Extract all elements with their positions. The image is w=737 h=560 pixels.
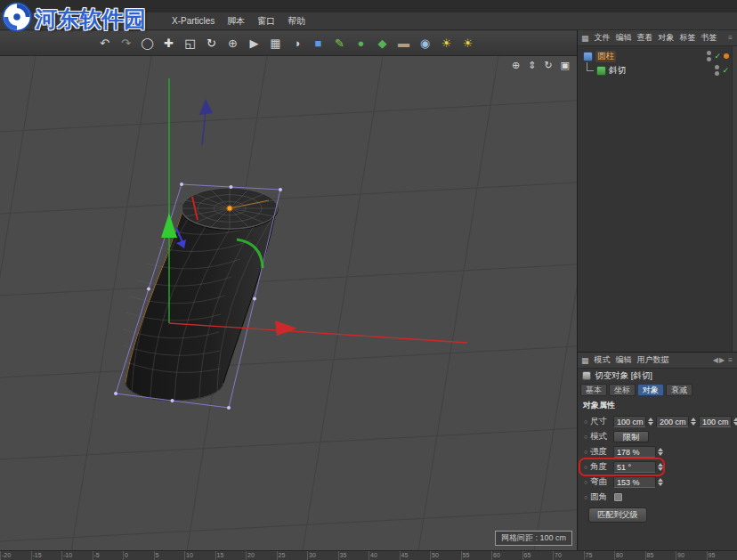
zoom-view-icon[interactable]: ⇕ [528, 60, 536, 71]
mode-dropdown[interactable]: 限制 [613, 431, 649, 442]
strength-field[interactable]: 178 % [613, 446, 656, 458]
generator-icon[interactable]: ● [351, 33, 371, 53]
ruler-tick: 40 [368, 551, 400, 560]
object-row-cylinder[interactable]: 圆柱 ✓ [578, 49, 737, 63]
bend-field[interactable]: 153 % [613, 476, 656, 488]
anim-dot-icon[interactable]: ○ [581, 479, 590, 485]
object-label[interactable]: 圆柱 [595, 51, 616, 62]
render-view-icon[interactable]: ▶ [244, 33, 264, 53]
anim-dot-icon[interactable]: ○ [581, 464, 590, 470]
om-menu-查看[interactable]: 查看 [635, 32, 656, 44]
object-row-shear[interactable]: 斜切 ✓ [578, 63, 737, 77]
live-selection-icon[interactable]: ◯ [137, 33, 158, 53]
enabled-check-icon[interactable]: ✓ [722, 67, 729, 75]
visibility-dots[interactable] [715, 65, 719, 76]
menu-item[interactable]: X-Particles [166, 16, 221, 26]
deformer-icon[interactable]: ◆ [372, 33, 393, 53]
rotate-view-icon[interactable]: ↻ [544, 60, 552, 71]
panel-options-icon[interactable]: ≡ [728, 34, 733, 42]
size-field[interactable]: 100 cm [613, 416, 646, 427]
timeline-ruler[interactable]: -20-15-10-505101520253035404550556065707… [0, 550, 737, 560]
object-label[interactable]: 斜切 [609, 65, 626, 77]
spinner[interactable] [690, 416, 697, 427]
tab-衰减[interactable]: 衰减 [666, 384, 692, 396]
om-menu-标签[interactable]: 标签 [677, 32, 699, 44]
spinner[interactable] [657, 461, 664, 473]
pan-view-icon[interactable]: ⊕ [512, 60, 520, 71]
spinner[interactable] [733, 416, 737, 427]
render-picture-icon[interactable]: ▦ [265, 33, 286, 53]
spinner[interactable] [657, 446, 664, 458]
anim-dot-icon[interactable]: ○ [581, 434, 590, 440]
row-label: 模式 [590, 431, 613, 442]
anim-dot-icon[interactable]: ○ [581, 449, 590, 455]
handle-dot [227, 206, 232, 211]
scrollbar[interactable] [732, 46, 737, 352]
object-tree: 圆柱 ✓ 斜切 ✓ [578, 46, 737, 352]
fillet-checkbox[interactable] [613, 492, 623, 502]
tab-坐标[interactable]: 坐标 [609, 384, 636, 396]
render-settings-icon[interactable]: ◑ [287, 33, 307, 53]
match-to-parent-button[interactable]: 匹配到父级 [588, 507, 647, 523]
grid-menu-icon[interactable]: ▦ [581, 34, 589, 43]
viewport[interactable]: ⊕⇕↻▣ [0, 55, 577, 550]
om-menu-对象[interactable]: 对象 [656, 32, 677, 44]
attr-menu-模式[interactable]: 模式 [592, 354, 613, 366]
anim-dot-icon[interactable]: ○ [581, 418, 590, 425]
spinner[interactable] [647, 416, 654, 427]
grid-menu-icon[interactable]: ▦ [581, 356, 589, 365]
row-mode: ○ 模式 限制 [578, 429, 737, 444]
attr-menu-编辑[interactable]: 编辑 [613, 354, 635, 366]
ruler-tick: 35 [338, 551, 369, 560]
watermark-text: 河东软件园 [35, 4, 146, 34]
cylinder-object[interactable] [123, 188, 278, 401]
redo-icon[interactable]: ↷ [116, 33, 136, 53]
attribute-manager: ▦ 模式编辑用户数据 ◀▶ ≡ 切变对象 [斜切] 基本坐标对象衰减 对象属性 … [578, 352, 737, 550]
scale-tool-icon[interactable]: ◱ [180, 33, 200, 53]
camera-icon[interactable]: ◉ [415, 33, 435, 53]
visibility-dots[interactable] [707, 51, 711, 61]
viewport-canvas[interactable] [0, 56, 577, 551]
coord-system-icon[interactable]: ⊕ [223, 33, 243, 53]
object-tag-icon[interactable] [724, 53, 729, 59]
watermark-logo-icon [2, 2, 32, 36]
angle-field[interactable]: 51 ° [613, 461, 656, 473]
light-icon[interactable]: ☀ [436, 33, 457, 53]
environment-icon[interactable]: ▬ [393, 33, 414, 53]
spline-pen-icon[interactable]: ✎ [329, 33, 350, 53]
c4d-window: X-Particles脚本窗口帮助 ↶↷◯✚◱↻⊕▶▦◑■✎●◆▬◉☀☀ ⊕⇕↻… [0, 0, 737, 560]
om-menu-编辑[interactable]: 编辑 [613, 32, 635, 44]
anim-dot-icon[interactable]: ○ [581, 494, 590, 500]
tab-基本[interactable]: 基本 [580, 384, 607, 396]
toggle-view-icon[interactable]: ▣ [561, 60, 570, 71]
move-tool-icon[interactable]: ✚ [158, 33, 179, 53]
enabled-check-icon[interactable]: ✓ [714, 53, 721, 61]
row-label: 角度 [590, 461, 613, 473]
history-arrows-icon[interactable]: ◀▶ ≡ [713, 356, 733, 364]
spinner[interactable] [657, 476, 664, 488]
primitive-cube-icon[interactable]: ■ [308, 33, 328, 53]
ruler-tick: 0 [123, 551, 154, 560]
ruler-tick: -15 [31, 551, 62, 560]
undo-icon[interactable]: ↶ [94, 33, 115, 53]
row-size: ○ 尺寸 100 cm200 cm100 cm [578, 414, 737, 429]
ruler-tick: 20 [246, 551, 277, 560]
menu-item[interactable]: 帮助 [281, 15, 312, 28]
menu-item[interactable]: 脚本 [221, 15, 251, 28]
cylinder-object-icon[interactable] [583, 52, 593, 61]
ruler-tick: 25 [277, 551, 308, 560]
menu-item[interactable]: 窗口 [251, 15, 281, 28]
ruler-tick: 10 [184, 551, 215, 560]
rotate-tool-icon[interactable]: ↻ [201, 33, 222, 53]
object-manager-menu: ▦ 文件编辑查看对象标签书签 ≡ [578, 30, 737, 46]
om-menu-书签[interactable]: 书签 [699, 32, 720, 44]
tab-对象[interactable]: 对象 [637, 384, 664, 396]
size-field[interactable]: 100 cm [699, 416, 732, 427]
shear-deformer-icon[interactable] [596, 66, 606, 76]
light2-icon[interactable]: ☀ [458, 33, 478, 53]
attribute-title: 切变对象 [斜切] [595, 370, 652, 382]
size-field[interactable]: 200 cm [656, 416, 689, 427]
ruler-tick: 85 [645, 551, 676, 560]
attr-menu-用户数据[interactable]: 用户数据 [635, 354, 672, 366]
om-menu-文件[interactable]: 文件 [592, 32, 613, 44]
